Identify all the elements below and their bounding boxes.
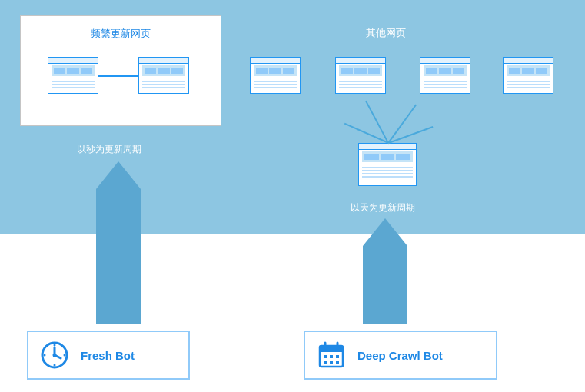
page-icon	[48, 57, 98, 94]
hub-page-icon	[358, 143, 417, 186]
svg-point-5	[64, 354, 66, 357]
page-icon	[138, 57, 189, 94]
deep-crawl-bot-label: Deep Crawl Bot	[357, 349, 443, 362]
svg-rect-15	[324, 361, 327, 364]
svg-rect-17	[336, 361, 339, 364]
svg-point-7	[54, 364, 56, 367]
fresh-bot-label: Fresh Bot	[81, 349, 135, 362]
deep-crawl-bot-card: Deep Crawl Bot	[304, 331, 497, 380]
fresh-bot-card: Fresh Bot	[27, 331, 190, 380]
svg-rect-16	[330, 361, 333, 364]
frequent-pages-label: 频繁更新网页	[21, 27, 221, 41]
page-icon	[250, 57, 301, 94]
clock-icon	[39, 340, 70, 370]
svg-rect-9	[320, 346, 343, 352]
connector-line	[98, 75, 138, 77]
svg-rect-14	[336, 355, 339, 358]
svg-line-3	[55, 355, 61, 358]
other-pages-label: 其他网页	[366, 26, 406, 40]
svg-point-6	[44, 354, 46, 357]
seconds-cycle-label: 以秒为更新周期	[77, 143, 141, 156]
calendar-icon	[316, 340, 347, 370]
page-icon	[335, 57, 386, 94]
page-icon	[420, 57, 470, 94]
arrow-up-icon	[96, 189, 141, 324]
arrow-up-icon	[363, 246, 407, 324]
svg-point-4	[54, 344, 56, 347]
days-cycle-label: 以天为更新周期	[351, 201, 415, 214]
svg-rect-13	[330, 355, 333, 358]
svg-rect-12	[324, 355, 327, 358]
page-icon	[503, 57, 553, 94]
